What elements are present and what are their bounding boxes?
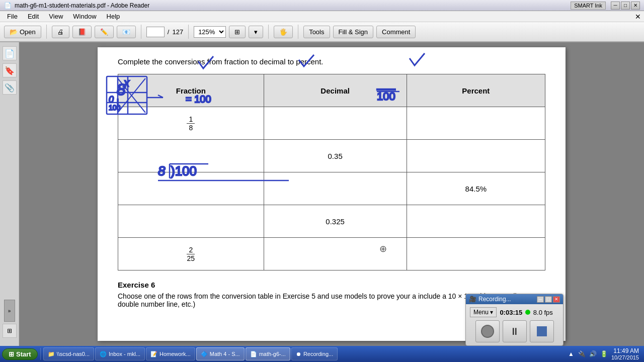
recording-title-bar: 🎥 Recording... ─ □ ✕ (466, 294, 563, 304)
menu-window[interactable]: Window (69, 12, 100, 21)
taskbar-system-tray: ▲ 🔌 🔊 🔋 11:49 AM 10/27/2015 (567, 347, 642, 360)
recording-title: Recording... (478, 296, 511, 303)
taskbar-recording-button[interactable]: ⏺ Recording... (291, 347, 338, 360)
table-row: 84.5% (118, 172, 545, 205)
panel-close-button[interactable]: ✕ (635, 13, 641, 21)
cell-row1-percent (407, 107, 545, 140)
hand-tool-button[interactable]: 🖐 (274, 26, 293, 38)
edit-icon: ✏️ (100, 28, 108, 36)
menu-help[interactable]: Help (103, 12, 124, 21)
cell-row3-decimal (264, 172, 407, 205)
record-button[interactable] (475, 320, 500, 342)
table-row: 0.35 (118, 140, 545, 172)
menu-file[interactable]: File (3, 12, 22, 21)
hand-icon: 🖐 (279, 28, 287, 36)
menu-edit[interactable]: Edit (24, 12, 43, 21)
recording-close-button[interactable]: ✕ (553, 296, 560, 303)
fill-sign-button[interactable]: Fill & Sign (333, 26, 374, 38)
tools-button[interactable]: Tools (303, 26, 330, 38)
cell-row4-fraction (118, 205, 264, 238)
recording-controls: Menu ▾ 0:03:15 8.0 fps ⏸ (466, 304, 563, 345)
cell-row4-percent (407, 205, 545, 238)
print-icon: 🖨 (57, 28, 64, 36)
taskbar-divider (40, 348, 41, 360)
pause-button[interactable]: ⏸ (503, 320, 527, 342)
taskbar-math4-button[interactable]: 🔷 Math 4 - S... (196, 347, 245, 360)
stop-icon (537, 326, 547, 336)
math4-icon: 🔷 (201, 351, 208, 357)
fit-page-button[interactable]: ⊞ (229, 26, 246, 38)
page-separator: / (168, 28, 170, 36)
fps-dot-icon (525, 310, 530, 315)
sidebar-attachment-icon[interactable]: 📎 (3, 80, 17, 95)
cell-row5-decimal (264, 238, 407, 270)
volume-icon: 🔊 (589, 350, 597, 358)
recording-window-controls: ─ □ ✕ (537, 296, 560, 303)
maximize-button[interactable]: □ (621, 2, 630, 10)
page-total: 127 (172, 28, 183, 36)
open-button[interactable]: 📂 Open (4, 26, 41, 38)
title-bar-left: 📄 math-g6-m1-student-materials.pdf - Ado… (4, 2, 149, 9)
left-sidebar: 📄 🔖 📎 » ⊞ (0, 42, 19, 346)
zoom-select[interactable]: 125% 100% 150% (194, 26, 226, 38)
taskbar-homework-button[interactable]: 📝 Homework... (146, 347, 195, 360)
send-button[interactable]: 📧 (117, 26, 136, 38)
menu-view[interactable]: View (45, 12, 67, 21)
taskbar-pdf-icon: 📄 (250, 351, 257, 357)
col-fraction: Fraction (118, 74, 264, 107)
col-percent: Percent (407, 74, 545, 107)
menu-bar: File Edit View Window Help ✕ (0, 11, 644, 22)
fraction-1-8: 1 8 (187, 115, 195, 132)
sidebar-grid-icon[interactable]: ⊞ (3, 324, 17, 338)
close-window-button[interactable]: ✕ (631, 2, 640, 10)
table-row: 0.325 (118, 205, 545, 238)
system-clock: 11:49 AM 10/27/2015 (611, 347, 639, 360)
record-circle-icon (481, 325, 494, 338)
recording-status-row: Menu ▾ 0:03:15 8.0 fps (470, 307, 559, 317)
recording-fps: 8.0 fps (533, 309, 553, 316)
toolbar-separator-3 (188, 25, 189, 39)
taskbar-pdf-button[interactable]: 📄 math-g6-... (246, 347, 290, 360)
toolbar: 📂 Open 🖨 📕 ✏️ 📧 111 / 127 125% 100% 150%… (0, 22, 644, 42)
title-bar-controls: SMART Ink ─ □ ✕ (571, 2, 640, 10)
recording-cam-icon: 🎥 (469, 296, 476, 303)
sidebar-pages-icon[interactable]: 📄 (3, 46, 17, 60)
col-decimal: Decimal (264, 74, 407, 107)
recording-maximize-button[interactable]: □ (545, 296, 552, 303)
taskbar-browser-button[interactable]: 🌐 Inbox - mkl... (95, 347, 145, 360)
sidebar-bookmark-icon[interactable]: 🔖 (3, 63, 17, 77)
recording-taskbar-icon: ⏺ (296, 351, 301, 357)
title-bar: 📄 math-g6-m1-student-materials.pdf - Ado… (0, 0, 644, 11)
network-icon: 🔌 (578, 350, 586, 358)
pdf-icon: 📕 (78, 28, 86, 36)
taskbar: ⊞ Start 📁 \\scsd-nas0... 🌐 Inbox - mkl..… (0, 346, 644, 362)
taskbar-math4-label: Math 4 - S... (210, 351, 240, 357)
pdf-download-button[interactable]: 📕 (72, 26, 92, 38)
comment-button[interactable]: Comment (376, 26, 416, 38)
smart-ink-badge: SMART Ink (571, 2, 606, 10)
minimize-button[interactable]: ─ (611, 2, 620, 10)
edit-button[interactable]: ✏️ (95, 26, 114, 38)
windows-logo-icon: ⊞ (9, 350, 14, 358)
zoom-dropdown-button[interactable]: ▾ (249, 26, 263, 38)
print-button[interactable]: 🖨 (52, 26, 69, 38)
sidebar-collapse-button[interactable]: » (4, 300, 15, 322)
stop-button[interactable] (530, 320, 554, 342)
fraction-2-25: 2 25 (185, 246, 197, 262)
conversion-table: Fraction Decimal Percent 1 8 (118, 74, 545, 270)
table-row: 2 25 (118, 238, 545, 270)
recording-timer: 0:03:15 (500, 309, 522, 316)
tray-arrow-icon[interactable]: ▲ (567, 350, 575, 358)
start-button[interactable]: ⊞ Start (2, 348, 38, 360)
cell-row3-fraction (118, 172, 264, 205)
window-title: math-g6-m1-student-materials.pdf - Adobe… (15, 2, 149, 9)
taskbar-files-button[interactable]: 📁 \\scsd-nas0... (43, 347, 94, 360)
cell-row1-fraction: 1 8 (118, 107, 264, 140)
instruction-text: Complete the conversions from fraction t… (118, 57, 545, 66)
page-number-input[interactable]: 111 (146, 27, 165, 37)
fit-page-icon: ⊞ (234, 28, 240, 36)
battery-icon: 🔋 (600, 350, 608, 358)
recording-minimize-button[interactable]: ─ (537, 296, 544, 303)
toolbar-separator-1 (46, 25, 47, 39)
recording-menu-button[interactable]: Menu ▾ (470, 307, 497, 317)
